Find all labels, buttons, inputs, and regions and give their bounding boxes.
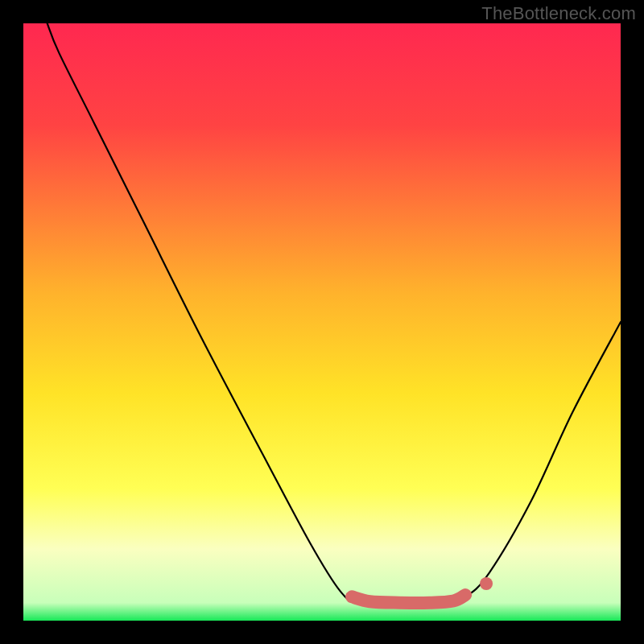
plot-area [23,23,621,621]
gradient-background [23,23,621,621]
bottleneck-chart [23,23,621,621]
sweet-zone-dot [480,577,493,590]
attribution-text: TheBottleneck.com [481,3,636,24]
chart-frame: TheBottleneck.com [0,0,644,644]
